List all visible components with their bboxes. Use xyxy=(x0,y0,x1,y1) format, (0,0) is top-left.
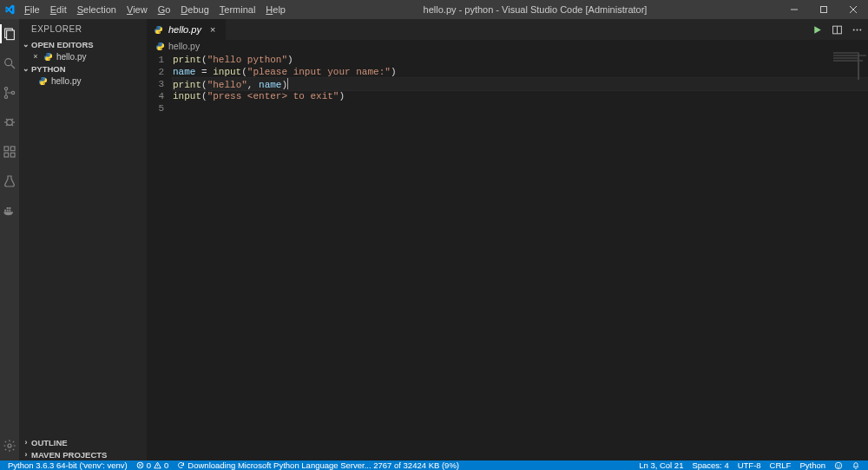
breadcrumb-file: hello.py xyxy=(168,41,200,51)
open-editor-item[interactable]: ×hello.py xyxy=(19,50,147,62)
python-file-icon xyxy=(155,42,165,51)
workspace-header[interactable]: ⌄ PYTHON xyxy=(19,62,147,75)
maven-header[interactable]: › MAVEN PROJECTS xyxy=(19,448,147,460)
svg-point-31 xyxy=(857,29,858,30)
split-editor-icon[interactable] xyxy=(832,24,843,36)
status-ln-col[interactable]: Ln 3, Col 21 xyxy=(635,460,687,470)
tab-close-icon[interactable]: × xyxy=(207,24,219,35)
menu-terminal[interactable]: Terminal xyxy=(214,0,261,19)
activity-extensions-icon[interactable] xyxy=(0,142,19,161)
svg-line-16 xyxy=(6,124,8,126)
tab-label: hello.py xyxy=(168,24,201,35)
minimap[interactable] xyxy=(833,52,868,104)
code-editor[interactable]: 12345 print("hello python")name = input(… xyxy=(147,52,868,460)
code-line[interactable]: print("hello python") xyxy=(173,54,868,66)
status-download[interactable]: Downloading Microsoft Python Language Se… xyxy=(173,460,464,470)
svg-rect-18 xyxy=(4,147,9,151)
overview-ruler xyxy=(858,54,859,80)
menu-debug[interactable]: Debug xyxy=(175,0,214,19)
svg-point-6 xyxy=(5,59,12,66)
close-icon[interactable]: × xyxy=(31,52,40,61)
menu-file[interactable]: File xyxy=(19,0,45,19)
more-actions-icon[interactable] xyxy=(852,24,863,36)
code-line[interactable]: name = input("please input your name:") xyxy=(173,66,868,78)
status-python-env[interactable]: Python 3.6.3 64-bit ('venv': venv) xyxy=(3,460,132,470)
vscode-logo-icon xyxy=(3,3,16,16)
outline-header[interactable]: › OUTLINE xyxy=(19,436,147,448)
svg-point-8 xyxy=(4,88,7,90)
close-button[interactable] xyxy=(838,0,868,19)
menu-go[interactable]: Go xyxy=(153,0,176,19)
python-file-icon xyxy=(154,25,163,35)
activity-test-icon[interactable] xyxy=(0,172,19,191)
code-line[interactable]: print("hello", name) xyxy=(173,78,868,90)
status-feedback-icon[interactable] xyxy=(830,460,847,470)
svg-rect-23 xyxy=(7,210,9,212)
svg-line-14 xyxy=(6,119,8,121)
svg-point-32 xyxy=(859,29,861,30)
status-spaces[interactable]: Spaces: 4 xyxy=(687,460,733,470)
activity-explorer-icon[interactable] xyxy=(0,24,19,43)
svg-rect-21 xyxy=(10,147,15,151)
status-encoding[interactable]: UTF-8 xyxy=(733,460,766,470)
status-bell-icon[interactable] xyxy=(847,460,865,470)
svg-line-7 xyxy=(11,65,15,69)
code-line[interactable] xyxy=(173,102,868,114)
activity-bar xyxy=(0,19,19,460)
file-label: hello.py xyxy=(56,52,86,62)
status-language[interactable]: Python xyxy=(795,460,830,470)
run-button-icon[interactable] xyxy=(812,24,823,36)
minimize-button[interactable] xyxy=(779,0,809,19)
status-eol[interactable]: CRLF xyxy=(766,460,796,470)
status-bar: Python 3.6.3 64-bit ('venv': venv) 0 0 D… xyxy=(0,460,868,470)
code-content[interactable]: print("hello python")name = input("pleas… xyxy=(173,52,868,460)
file-label: hello.py xyxy=(51,76,81,86)
window-controls xyxy=(779,0,868,19)
svg-line-15 xyxy=(11,119,13,121)
editor-tabs: hello.py × xyxy=(147,19,868,40)
editor-tab[interactable]: hello.py × xyxy=(147,19,227,40)
status-problems[interactable]: 0 0 xyxy=(132,460,174,470)
menu-bar: File Edit Selection View Go Debug Termin… xyxy=(19,0,291,19)
activity-settings-icon[interactable] xyxy=(0,436,19,455)
editor-actions xyxy=(812,19,868,40)
activity-debug-icon[interactable] xyxy=(0,113,19,132)
activity-docker-icon[interactable] xyxy=(0,201,19,220)
menu-selection[interactable]: Selection xyxy=(72,0,122,19)
chevron-right-icon: › xyxy=(21,438,31,447)
title-bar: File Edit Selection View Go Debug Termin… xyxy=(0,0,868,19)
line-gutter: 12345 xyxy=(147,52,173,460)
activity-scm-icon[interactable] xyxy=(0,83,19,102)
menu-view[interactable]: View xyxy=(122,0,153,19)
svg-rect-1 xyxy=(821,7,827,13)
svg-rect-22 xyxy=(4,210,6,212)
svg-point-37 xyxy=(835,462,842,469)
chevron-down-icon: ⌄ xyxy=(21,64,31,73)
svg-rect-20 xyxy=(10,153,15,157)
svg-point-30 xyxy=(853,29,855,30)
open-editors-header[interactable]: ⌄ OPEN EDITORS xyxy=(19,38,147,50)
menu-help[interactable]: Help xyxy=(260,0,291,19)
svg-point-10 xyxy=(11,91,14,94)
svg-rect-24 xyxy=(9,210,10,212)
chevron-right-icon: › xyxy=(21,450,31,459)
svg-rect-26 xyxy=(9,207,10,209)
python-file-icon xyxy=(38,76,48,86)
python-file-icon xyxy=(43,52,53,62)
svg-point-9 xyxy=(4,95,7,98)
explorer-header: EXPLORER xyxy=(19,19,147,38)
breadcrumb[interactable]: hello.py xyxy=(147,40,868,52)
maximize-button[interactable] xyxy=(809,0,838,19)
code-line[interactable]: input("press <enter> to exit") xyxy=(173,90,868,102)
svg-point-27 xyxy=(8,444,11,447)
explorer-sidebar: EXPLORER ⌄ OPEN EDITORS ×hello.py ⌄ PYTH… xyxy=(19,19,147,460)
svg-rect-5 xyxy=(7,30,15,40)
svg-rect-25 xyxy=(7,207,9,209)
activity-search-icon[interactable] xyxy=(0,54,19,73)
editor-area: hello.py × hello.py xyxy=(147,19,868,460)
svg-line-17 xyxy=(11,124,13,126)
window-title: hello.py - python - Visual Studio Code [… xyxy=(291,4,779,15)
file-tree-item[interactable]: hello.py xyxy=(19,75,147,87)
menu-edit[interactable]: Edit xyxy=(45,0,72,19)
chevron-down-icon: ⌄ xyxy=(21,40,31,49)
